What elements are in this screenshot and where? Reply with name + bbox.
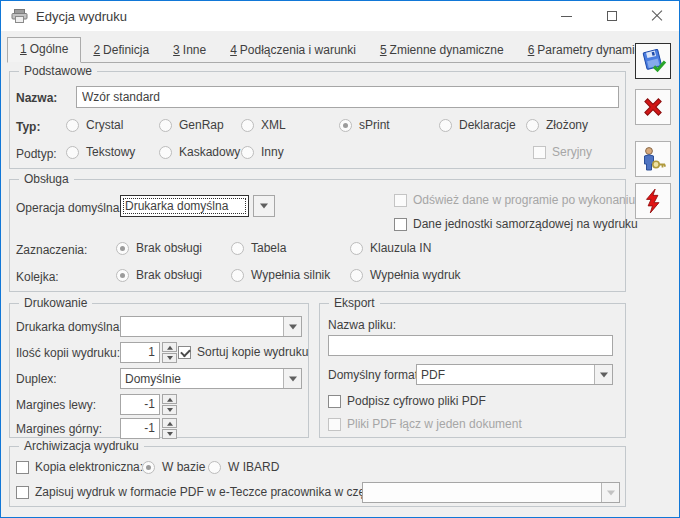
radio-label: Złożony — [546, 118, 588, 132]
radio-circle — [231, 269, 244, 282]
domyslny-format-combobox[interactable]: PDF — [416, 364, 613, 385]
radio-kolejka-wypelnia-wydruk: Wypełnia wydruk — [350, 268, 461, 282]
radio-label: XML — [261, 118, 286, 132]
lightning-bolt-icon — [640, 188, 666, 214]
spinner-value: -1 — [120, 418, 160, 439]
window-controls — [544, 1, 679, 31]
spinner-value: 1 — [120, 342, 160, 363]
radio-typ-crystal: Crystal — [66, 118, 123, 132]
radio-zaznaczenia-brak-obslugi: Brak obsługi — [116, 241, 202, 255]
tab-podlaczenia-i-warunki[interactable]: 4Podłączenia i warunki — [218, 39, 368, 62]
group-title: Archiwizacja wydruku — [19, 439, 144, 453]
radio-circle — [66, 146, 79, 159]
close-button[interactable] — [634, 1, 679, 31]
tab-definicja[interactable]: 2Definicja — [81, 39, 161, 62]
chevron-down-icon — [260, 203, 268, 212]
tab-zmienne-dynamiczne[interactable]: 5Zmienne dynamiczne — [368, 39, 516, 62]
combobox-dropdown-button[interactable] — [283, 369, 301, 388]
cancel-button[interactable] — [635, 89, 671, 125]
radio-kolejka-brak-obslugi: Brak obsługi — [116, 268, 202, 282]
checkbox-box — [328, 395, 341, 408]
spinner-up-button[interactable] — [162, 342, 177, 352]
tab-mnemonic: 3 — [173, 43, 180, 57]
nazwa-input[interactable] — [76, 86, 619, 108]
spinner-down-button[interactable] — [162, 429, 177, 439]
checkbox-zapisuj-eteczka[interactable]: Zapisuj wydruk w formacie PDF w e-Teczce… — [16, 485, 383, 499]
podtyp-label: Podtyp: — [16, 147, 57, 161]
radio-circle — [116, 242, 129, 255]
save-button[interactable] — [635, 43, 671, 79]
chevron-down-icon — [289, 324, 297, 333]
checkbox-label: Seryjny — [552, 145, 592, 159]
checkbox-label: Pliki PDF łącz w jeden dokument — [347, 417, 522, 431]
triangle-up-icon — [167, 343, 173, 350]
radio-label: Kaskadowy — [179, 145, 240, 159]
radio-label: GenRap — [179, 118, 224, 132]
triangle-up-icon — [167, 419, 173, 426]
group-archiwizacja: Archiwizacja wydruku Kopia elektroniczna… — [9, 446, 626, 507]
combobox-dropdown-button[interactable] — [594, 365, 612, 384]
tab-bar: 1Ogólne 2Definicja 3Inne 4Podłączenia i … — [7, 38, 630, 63]
spinner-up-button[interactable] — [162, 418, 177, 428]
window-title: Edycja wydruku — [36, 9, 127, 24]
checkbox-box — [394, 218, 407, 231]
operacja-domyslna-label: Operacja domyślna: — [16, 201, 123, 215]
checkbox-label: Odśwież dane w programie po wykonaniu — [413, 193, 635, 207]
tab-mnemonic: 4 — [230, 43, 237, 57]
combobox-dropdown-button[interactable] — [283, 317, 301, 336]
drukarka-domyslna-combobox[interactable] — [120, 316, 302, 337]
radio-circle — [350, 269, 363, 282]
duplex-label: Duplex: — [16, 372, 57, 386]
checkbox-box — [16, 486, 29, 499]
tab-label: Podłączenia i warunki — [240, 43, 356, 57]
group-title: Drukowanie — [19, 296, 92, 310]
tab-ogolne[interactable]: 1Ogólne — [7, 37, 81, 63]
spinner-up-button[interactable] — [162, 394, 177, 404]
duplex-combobox[interactable]: Domyślnie — [120, 368, 302, 389]
radio-circle — [526, 119, 539, 132]
combobox-value: Domyślnie — [125, 372, 181, 386]
close-icon — [651, 10, 663, 22]
radio-circle — [241, 146, 254, 159]
tab-label: Definicja — [103, 43, 149, 57]
radio-circle — [231, 242, 244, 255]
checkbox-box — [178, 346, 191, 359]
radio-typ-deklaracje: Deklaracje — [439, 118, 516, 132]
tab-inne[interactable]: 3Inne — [161, 39, 218, 62]
kolejka-label: Kolejka: — [16, 270, 59, 284]
radio-circle — [142, 461, 155, 474]
spinner-down-button[interactable] — [162, 353, 177, 363]
checkbox-podpisz-cyfrowo[interactable]: Podpisz cyfrowo pliki PDF — [328, 394, 486, 408]
maximize-button[interactable] — [589, 1, 634, 31]
triangle-down-icon — [167, 356, 173, 363]
execute-button[interactable] — [635, 183, 671, 219]
checkbox-sortuj-kopie[interactable]: Sortuj kopie wydruku — [178, 345, 308, 359]
radio-podtyp-kaskadowy: Kaskadowy — [159, 145, 240, 159]
radio-label: Deklaracje — [459, 118, 516, 132]
nazwa-pliku-input[interactable] — [328, 335, 613, 356]
margines-lewy-label: Margines lewy: — [16, 398, 96, 412]
checkbox-label: Sortuj kopie wydruku — [197, 345, 308, 359]
checkbox-odswiez-dane: Odśwież dane w programie po wykonaniu — [394, 193, 635, 207]
checkbox-dane-jednostki[interactable]: Dane jednostki samorządowej na wydruku — [394, 217, 638, 231]
spinner-down-button[interactable] — [162, 405, 177, 415]
minimize-button[interactable] — [544, 1, 589, 31]
radio-typ-xml: XML — [241, 118, 286, 132]
checkbox-seryjny: Seryjny — [533, 145, 592, 159]
radio-circle — [241, 119, 254, 132]
triangle-down-icon — [167, 408, 173, 415]
radio-circle — [159, 119, 172, 132]
eteczka-czesc-combobox — [362, 482, 620, 503]
checkbox-kopia-elektroniczna[interactable]: Kopia elektroniczna: — [16, 460, 143, 474]
chevron-down-icon — [600, 372, 608, 381]
radio-typ-zlozony: Złożony — [526, 118, 588, 132]
typ-label: Typ: — [16, 120, 40, 134]
permissions-button[interactable] — [635, 141, 671, 177]
radio-label: Brak obsługi — [136, 241, 202, 255]
radio-circle — [159, 146, 172, 159]
operacja-domyslna-combobox[interactable]: Drukarka domyślna — [120, 195, 249, 217]
radio-w-bazie: W bazie — [142, 460, 205, 474]
save-floppy-icon — [639, 47, 667, 75]
operacja-domyslna-dropdown-button[interactable] — [253, 195, 275, 217]
group-title: Eksport — [329, 296, 380, 310]
